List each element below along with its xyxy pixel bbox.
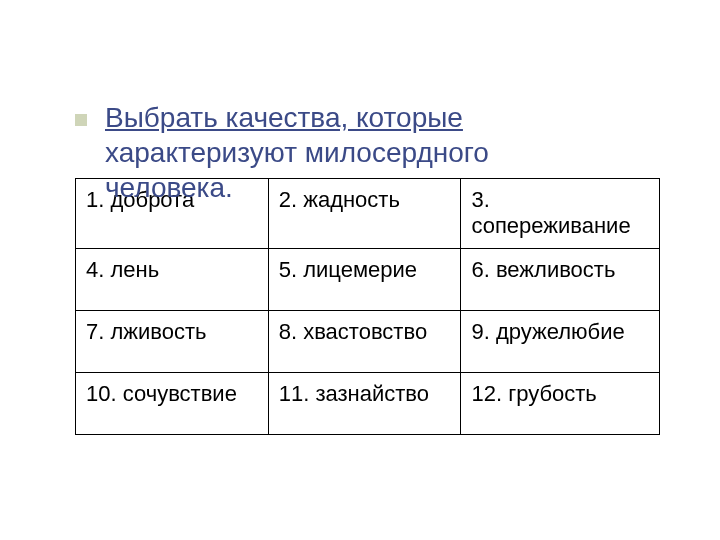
slide-title: Выбрать качества, которые характеризуют … (75, 100, 660, 205)
table-row: 10. сочувствие 11. зазнайство 12. грубос… (76, 372, 660, 434)
qualities-table-container: 1. доброта 2. жадность 3. сопереживание … (75, 178, 660, 435)
cell-5: 5. лицемерие (268, 248, 461, 310)
cell-11: 11. зазнайство (268, 372, 461, 434)
table-row: 4. лень 5. лицемерие 6. вежливость (76, 248, 660, 310)
cell-7: 7. лживость (76, 310, 269, 372)
title-wrapper: Выбрать качества, которые характеризуют … (75, 100, 660, 205)
cell-12: 12. грубость (461, 372, 660, 434)
bullet-icon (75, 114, 87, 126)
qualities-table: 1. доброта 2. жадность 3. сопереживание … (75, 178, 660, 435)
cell-6: 6. вежливость (461, 248, 660, 310)
cell-8: 8. хвастовство (268, 310, 461, 372)
title-line-2: характеризуют милосердного (105, 137, 489, 168)
cell-4: 4. лень (76, 248, 269, 310)
cell-10: 10. сочувствие (76, 372, 269, 434)
slide-container: Выбрать качества, которые характеризуют … (0, 0, 720, 540)
cell-9: 9. дружелюбие (461, 310, 660, 372)
table-row: 7. лживость 8. хвастовство 9. дружелюбие (76, 310, 660, 372)
title-line-1: Выбрать качества, которые (105, 102, 463, 133)
title-line-3: человека. (105, 172, 233, 203)
